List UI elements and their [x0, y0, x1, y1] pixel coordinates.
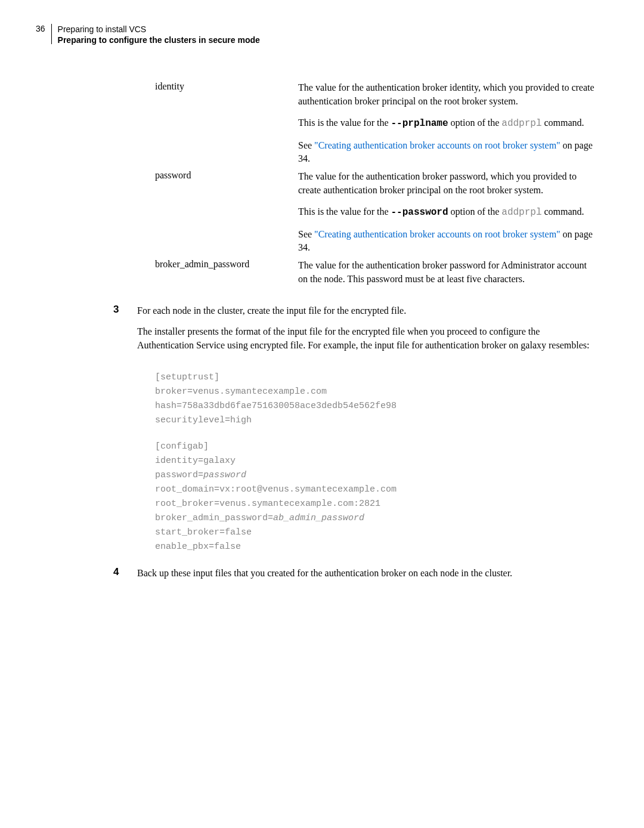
- definition-term: identity: [155, 81, 298, 165]
- code-inline: --password: [391, 207, 448, 218]
- code-inline: --prplname: [391, 118, 448, 129]
- code-inline: addprpl: [501, 118, 541, 129]
- definition-row-identity: identity The value for the authenticatio…: [155, 81, 596, 165]
- definition-description: The value for the authentication broker …: [298, 259, 596, 286]
- step-number: 3: [113, 304, 137, 360]
- header-divider: [51, 24, 52, 44]
- cross-reference-link[interactable]: "Creating authentication broker accounts…: [314, 140, 561, 150]
- header-titles: Preparing to install VCS Preparing to co…: [58, 24, 260, 45]
- step-4: 4 Back up these input files that you cre…: [113, 566, 596, 587]
- code-block-configab: [configab] identity=galaxy password=pass…: [155, 440, 596, 554]
- step-number: 4: [113, 566, 137, 587]
- step-paragraph: The installer presents the format of the…: [137, 325, 596, 352]
- header-subtitle: Preparing to configure the clusters in s…: [58, 35, 260, 45]
- def-paragraph: The value for the authentication broker …: [298, 259, 596, 286]
- code-inline: addprpl: [501, 207, 541, 218]
- definition-term: password: [155, 170, 298, 254]
- definition-description: The value for the authentication broker …: [298, 81, 596, 165]
- header-title: Preparing to install VCS: [58, 24, 260, 35]
- definition-term: broker_admin_password: [155, 259, 298, 286]
- definition-table: identity The value for the authenticatio…: [155, 81, 596, 286]
- cross-reference-link[interactable]: "Creating authentication broker accounts…: [314, 229, 561, 239]
- definition-row-broker-admin: broker_admin_password The value for the …: [155, 259, 596, 286]
- def-paragraph: See "Creating authentication broker acco…: [298, 139, 596, 166]
- step-paragraph: Back up these input files that you creat…: [137, 566, 596, 580]
- def-paragraph: This is the value for the --prplname opt…: [298, 116, 596, 130]
- step-3: 3 For each node in the cluster, create t…: [113, 304, 596, 360]
- page-number: 36: [36, 24, 45, 33]
- def-paragraph: The value for the authentication broker …: [298, 81, 596, 108]
- step-paragraph: For each node in the cluster, create the…: [137, 304, 596, 317]
- def-paragraph: See "Creating authentication broker acco…: [298, 228, 596, 255]
- def-paragraph: This is the value for the --password opt…: [298, 205, 596, 219]
- definition-row-password: password The value for the authenticatio…: [155, 170, 596, 254]
- step-body: For each node in the cluster, create the…: [137, 304, 596, 360]
- page-header: 36 Preparing to install VCS Preparing to…: [36, 24, 596, 45]
- code-block-setuptrust: [setuptrust] broker=venus.symantecexampl…: [155, 370, 596, 428]
- definition-description: The value for the authentication broker …: [298, 170, 596, 254]
- def-paragraph: The value for the authentication broker …: [298, 170, 596, 197]
- step-body: Back up these input files that you creat…: [137, 566, 596, 587]
